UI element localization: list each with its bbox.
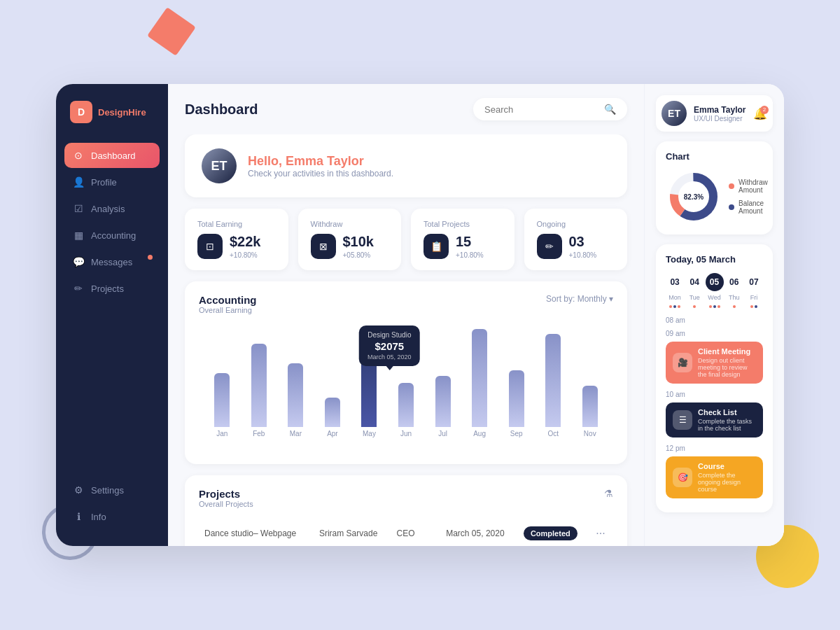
bar-group-Jun: Jun [390, 383, 423, 438]
notification-badge: 2 [760, 106, 769, 114]
tooltip-date: March 05, 2020 [368, 354, 412, 360]
stat-icon-projects: 📋 [424, 234, 449, 259]
cal-day-04[interactable]: 04Tue [685, 273, 704, 308]
legend-label-balance: BalanceAmount [738, 200, 764, 215]
chart-tooltip: Design Studio $2075 March 05, 2020 [359, 326, 420, 366]
donut-chart-card: Chart 82.3% WithdrawAmount [656, 141, 773, 234]
user-role: UX/UI Designer [694, 115, 746, 122]
bar-Mar[interactable] [288, 363, 303, 427]
event-client-meeting[interactable]: 🎥 Client Meeting Design out client meeti… [666, 342, 763, 384]
sidebar-item-accounting[interactable]: ▦ Accounting [64, 223, 160, 248]
stat-value-earning: $22k [230, 234, 261, 250]
bar-label-Mar: Mar [290, 430, 302, 438]
cal-dots-03 [669, 305, 680, 308]
project-name: Dance studio– Webpage [199, 519, 314, 546]
sidebar-item-profile[interactable]: 👤 Profile [64, 169, 160, 195]
event-checklist[interactable]: ☰ Check List Complete the tasks in the c… [666, 402, 763, 438]
bar-Jul[interactable] [435, 376, 451, 427]
chart-title: Accounting [199, 294, 257, 306]
search-input[interactable] [484, 104, 598, 115]
event-content-check: Check List Complete the tasks in the che… [698, 408, 756, 432]
bar-group-Aug: Aug [463, 329, 496, 438]
stat-icon-ongoing: ✏ [537, 234, 562, 259]
stat-label-ongoing: Ongoing [537, 220, 615, 228]
calendar-title: Today, 05 March [666, 254, 763, 265]
calendar-days: 03Mon04Tue05Wed06Thu07Fri [666, 273, 763, 308]
cal-weekday-03: Mon [668, 294, 681, 301]
bar-group-Jan: Jan [206, 373, 239, 438]
time-12pm: 12 pm [666, 444, 685, 452]
event-course[interactable]: 🎯 Course Complete the ongoing design cou… [666, 456, 763, 498]
bar-Apr[interactable] [325, 398, 340, 427]
stat-label-projects: Total Projects [424, 220, 502, 228]
cal-dot [669, 305, 672, 308]
nav-icon-settings: ⚙ [73, 484, 84, 496]
bar-group-Apr: Apr [316, 398, 349, 438]
cal-dot [673, 305, 676, 308]
cal-dot [709, 305, 712, 308]
event-row-check: ☰ Check List Complete the tasks in the c… [673, 408, 756, 432]
search-bar: 🔍 [473, 98, 627, 120]
event-icon-course: 🎯 [673, 468, 692, 487]
cal-day-05[interactable]: 05Wed [705, 273, 723, 308]
nav-label-profile: Profile [91, 177, 117, 188]
sidebar: D DesignHire ⊙ Dashboard 👤 Profile ☑ Ana… [56, 84, 168, 546]
cal-dot [750, 305, 753, 308]
bar-Feb[interactable] [251, 344, 267, 427]
sidebar-item-projects[interactable]: ✏ Projects [64, 276, 160, 301]
stat-change-withdraw: +05.80% [343, 251, 374, 259]
sidebar-item-info[interactable]: ℹ Info [64, 504, 160, 529]
donut-title: Chart [666, 151, 763, 162]
filter-icon[interactable]: ⚗ [604, 488, 613, 499]
bar-Sep[interactable] [509, 370, 524, 427]
project-more-button[interactable]: ··· [596, 527, 605, 540]
right-panel: ET Emma Taylor UX/UI Designer 🔔 2 Chart [644, 84, 784, 546]
chart-subtitle: Overall Earning [199, 306, 257, 314]
sidebar-bottom: ⚙ Settings ℹ Info [56, 477, 168, 529]
cal-weekday-04: Tue [690, 294, 700, 301]
cal-weekday-06: Thu [729, 294, 740, 301]
nav-label-analysis: Analysis [91, 204, 125, 214]
event-row: 🎥 Client Meeting Design out client meeti… [673, 347, 756, 378]
bar-Jun[interactable] [398, 383, 414, 427]
event-row-course: 🎯 Course Complete the ongoing design cou… [673, 462, 756, 493]
bar-Jan[interactable] [214, 373, 230, 427]
project-person: Sriram Sarvade [314, 519, 391, 546]
cal-day-03[interactable]: 03Mon [666, 273, 684, 308]
scroll-area: ET Hello, Emma Taylor Check your activit… [168, 134, 644, 546]
sidebar-item-dashboard[interactable]: ⊙ Dashboard [64, 143, 160, 168]
sidebar-item-settings[interactable]: ⚙ Settings [64, 477, 160, 503]
event-icon-meeting: 🎥 [673, 353, 692, 372]
cal-dot [733, 305, 736, 308]
bar-Nov[interactable] [582, 386, 598, 427]
cal-date-03: 03 [666, 273, 684, 291]
nav-icon-accounting: ▦ [73, 230, 84, 241]
user-name: Emma Taylor [694, 105, 746, 115]
bar-Oct[interactable] [545, 334, 561, 427]
nav-icon-profile: 👤 [73, 176, 84, 188]
sidebar-item-analysis[interactable]: ☑ Analysis [64, 196, 160, 221]
bar-label-Nov: Nov [584, 430, 596, 438]
cal-dot [678, 305, 680, 308]
event-title-check: Check List [698, 408, 756, 416]
legend-dot-withdraw [729, 183, 734, 189]
legend-dot-balance [729, 204, 734, 210]
nav-items: ⊙ Dashboard 👤 Profile ☑ Analysis ▦ Accou… [56, 143, 168, 477]
sort-button[interactable]: Sort by: Monthly ▾ [546, 294, 613, 304]
bar-Aug[interactable] [472, 329, 487, 427]
event-desc-course: Complete the ongoing design course [698, 472, 756, 493]
bar-group-Feb: Feb [243, 344, 276, 438]
cal-day-07[interactable]: 07Fri [745, 273, 763, 308]
avatar: ET [202, 148, 237, 183]
nav-label-settings: Settings [91, 485, 124, 496]
stat-card-ongoing: Ongoing ✏ 03 +10.80% [524, 209, 628, 270]
event-content-course: Course Complete the ongoing design cours… [698, 462, 756, 493]
sidebar-item-messages[interactable]: 💬 Messages [64, 249, 160, 274]
legend-item-balance: BalanceAmount [729, 200, 768, 215]
nav-icon-messages: 💬 [73, 256, 84, 267]
nav-label-projects: Projects [91, 284, 124, 294]
nav-label-dashboard: Dashboard [91, 150, 136, 161]
cal-day-06[interactable]: 06Thu [725, 273, 743, 308]
bell-wrapper[interactable]: 🔔 2 [753, 107, 767, 120]
projects-title: Projects [199, 488, 253, 500]
